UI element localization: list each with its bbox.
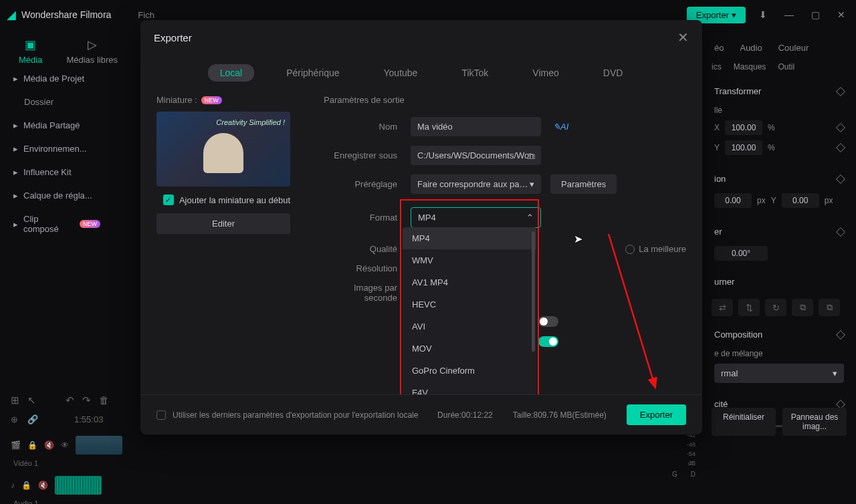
close-button[interactable]: ✕	[833, 9, 849, 20]
menu-bar: Fich	[138, 10, 154, 20]
sidebar-item-shared-media[interactable]: ▸ Média Partagé	[8, 114, 106, 137]
lock-icon[interactable]: 🔒	[21, 481, 31, 490]
quality-best-radio[interactable]: La meilleure	[625, 244, 686, 254]
export-modal: Exporter ✕ Local Périphérique Youtube Ti…	[140, 20, 702, 434]
toggle-1[interactable]	[538, 316, 558, 327]
delete-icon[interactable]: 🗑	[99, 394, 109, 406]
blend-mode-select[interactable]: rmal▾	[714, 364, 844, 383]
tab-vimeo[interactable]: Vimeo	[520, 64, 570, 82]
tab-free-media[interactable]: ▷ Médias libres	[61, 35, 123, 68]
sidebar-item-folder[interactable]: Dossier	[8, 90, 106, 114]
save-path-input[interactable]	[411, 146, 541, 165]
checkbox-icon: ✓	[163, 195, 174, 205]
name-input[interactable]	[411, 117, 541, 136]
tab-tiktok[interactable]: TikTok	[449, 64, 500, 82]
composition-section[interactable]: Composition	[714, 330, 762, 340]
paste-icon[interactable]: ⧉	[819, 299, 840, 316]
sidebar-item-environment[interactable]: ▸ Environnemen...	[8, 137, 106, 160]
format-option-avi[interactable]: AVI	[403, 316, 536, 338]
minimize-button[interactable]: —	[780, 9, 798, 20]
format-option-mov[interactable]: MOV	[403, 338, 536, 360]
export-button[interactable]: Exporter	[627, 404, 686, 425]
cloud-icon: ▷	[88, 37, 97, 52]
scale-x-input[interactable]: 100.00	[725, 120, 762, 135]
subtab-basics[interactable]: ics	[712, 62, 722, 72]
menu-item[interactable]: Fich	[138, 10, 154, 20]
format-option-wmv[interactable]: WMV	[403, 249, 536, 271]
copy-icon[interactable]: ⧉	[792, 299, 813, 316]
audio-clip[interactable]	[55, 476, 102, 495]
keyframe-icon[interactable]	[836, 143, 845, 152]
keyframe-icon[interactable]	[836, 227, 845, 236]
app-logo-icon: ◢	[7, 7, 16, 22]
keyframe-icon[interactable]	[836, 123, 845, 132]
flip-h-icon[interactable]: ⇄	[712, 299, 733, 316]
visibility-icon[interactable]: 👁	[61, 440, 69, 450]
format-option-mp4[interactable]: MP4	[403, 227, 536, 249]
save-preset-button[interactable]: Panneau des imag...	[782, 408, 847, 436]
edit-button[interactable]: Editer	[156, 213, 290, 234]
format-option-f4v[interactable]: F4V	[403, 382, 536, 394]
format-option-av1[interactable]: AV1 MP4	[403, 271, 536, 293]
folder-icon[interactable]: 🗀	[526, 150, 536, 161]
tab-media[interactable]: ▣ Média	[13, 35, 47, 68]
mute-icon[interactable]: 🔇	[44, 440, 54, 450]
close-icon[interactable]: ✕	[677, 29, 689, 45]
keyframe-icon[interactable]	[836, 174, 845, 183]
scrollbar[interactable]	[532, 231, 535, 352]
grid-icon[interactable]: ⊞	[11, 394, 19, 406]
keyframe-icon[interactable]	[836, 86, 845, 96]
panel-tab-video[interactable]: éo	[714, 43, 724, 53]
sidebar-item-influence-kit[interactable]: ▸ Influence Kit	[8, 160, 106, 184]
scale-y-input[interactable]: 100.00	[725, 140, 762, 155]
audio-track-icon[interactable]: ♪	[11, 481, 15, 490]
rotate-icon[interactable]: ↻	[765, 299, 786, 316]
subtab-tools[interactable]: Outil	[778, 62, 794, 72]
redo-icon[interactable]: ↷	[82, 394, 91, 406]
use-last-params-checkbox[interactable]	[156, 410, 166, 420]
parameters-button[interactable]: Paramètres	[550, 174, 617, 194]
reset-button[interactable]: Réinitialiser	[712, 408, 776, 436]
lock-icon[interactable]: 🔒	[27, 440, 37, 450]
panel-tab-audio[interactable]: Audio	[740, 43, 762, 53]
thumbnail-label: Miniature : NEW	[156, 95, 297, 105]
rotation-input[interactable]: 0.00°	[714, 246, 768, 261]
video-clip[interactable]	[76, 436, 122, 455]
flip-v-icon[interactable]: ⇅	[738, 299, 760, 316]
pos-y-input[interactable]: 0.00	[782, 193, 819, 208]
keyframe-icon[interactable]	[836, 330, 845, 339]
mute-icon[interactable]: 🔇	[38, 481, 48, 490]
marker-icon[interactable]: ⊕	[11, 414, 18, 424]
maximize-button[interactable]: ▢	[807, 9, 824, 20]
size-label: Taille:809.76 MB(Estimée)	[513, 410, 607, 420]
preset-select[interactable]: Faire correspondre aux paramètres▾	[411, 174, 541, 194]
sidebar-item-adjustment-layer[interactable]: ▸ Calque de régla...	[8, 184, 106, 207]
tab-device[interactable]: Périphérique	[274, 64, 351, 82]
pointer-icon[interactable]: ↖	[27, 394, 36, 406]
download-icon[interactable]: ⬇	[755, 9, 771, 20]
undo-icon[interactable]: ↶	[66, 394, 74, 406]
panel-tab-color[interactable]: Couleur	[778, 43, 809, 53]
tab-local[interactable]: Local	[208, 64, 254, 82]
format-dropdown: MP4 WMV AV1 MP4 HEVC AVI MOV GoPro Cinef…	[403, 227, 536, 394]
format-option-gopro[interactable]: GoPro Cineform	[403, 360, 536, 382]
new-badge: NEW	[201, 96, 222, 104]
sidebar-item-project-media[interactable]: ▸ Média de Projet	[8, 67, 106, 90]
resolution-label: Résolution	[324, 263, 411, 273]
subtab-masks[interactable]: Masques	[734, 62, 766, 72]
add-thumbnail-checkbox[interactable]: ✓ Ajouter la miniature au début	[156, 186, 297, 213]
sidebar-item-compound-clip[interactable]: ▸ Clip composé NEW	[8, 207, 106, 241]
transform-section[interactable]: Transformer	[714, 86, 761, 96]
format-select[interactable]: MP4 ⌃	[411, 207, 541, 228]
name-label: Nom	[324, 122, 411, 132]
tab-dvd[interactable]: DVD	[591, 64, 635, 82]
link-icon[interactable]: 🔗	[27, 414, 38, 424]
tab-youtube[interactable]: Youtube	[372, 64, 430, 82]
format-option-hevc[interactable]: HEVC	[403, 293, 536, 316]
video-track-icon[interactable]: 🎬	[11, 440, 21, 450]
media-icon: ▣	[25, 37, 36, 52]
ai-icon[interactable]: ✎AI	[553, 122, 568, 132]
toggle-2[interactable]	[538, 336, 558, 347]
thumbnail-preview[interactable]: Creativity Simplified !	[156, 112, 290, 186]
pos-x-input[interactable]: 0.00	[714, 193, 752, 208]
